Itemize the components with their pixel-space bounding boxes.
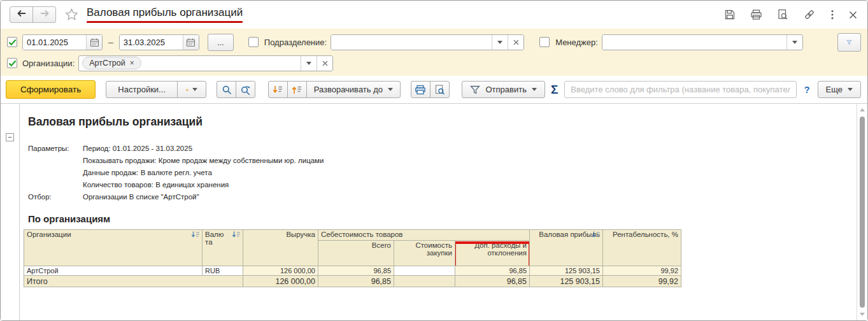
find-button[interactable]: [217, 81, 236, 98]
organizations-checkbox[interactable]: [7, 58, 17, 68]
preview-button[interactable]: [430, 81, 450, 98]
window-title: Валовая прибыль организаций: [87, 6, 243, 19]
col-header-revenue[interactable]: Выручка: [243, 230, 318, 266]
cell-total-extra-costs[interactable]: 96,85: [455, 276, 530, 287]
get-link-icon[interactable]: [803, 9, 816, 20]
division-dropdown-button[interactable]: [492, 35, 508, 50]
period-to-input[interactable]: [120, 35, 183, 50]
checkmark-icon: [8, 39, 17, 46]
nav-buttons: [10, 6, 56, 23]
filter-row-2: Организации: АртСтрой ×: [7, 55, 861, 71]
manager-label: Менеджер:: [555, 38, 598, 47]
cell-purchase-cost[interactable]: [394, 266, 455, 276]
forward-button[interactable]: [32, 6, 56, 23]
cell-total-revenue[interactable]: 126 000,00: [243, 276, 318, 287]
period-advanced-button[interactable]: ...: [208, 34, 234, 51]
manager-dropdown-button[interactable]: [786, 35, 802, 50]
cell-currency[interactable]: RUB: [203, 266, 243, 276]
cell-profitability[interactable]: 99,92: [603, 266, 681, 276]
toolbar-right: ? Еще: [797, 81, 861, 98]
division-input[interactable]: [331, 35, 492, 50]
report-variants-button[interactable]: [177, 81, 206, 98]
col-header-cost-group[interactable]: Себестоимость товаров: [318, 230, 530, 241]
word-filter-input[interactable]: [564, 81, 796, 98]
chevron-down-icon: [388, 88, 393, 91]
sort-icon[interactable]: [232, 231, 241, 239]
manager-input[interactable]: [602, 35, 786, 50]
collapse-group-button[interactable]: −: [6, 133, 14, 141]
filter-settings-button[interactable]: [837, 33, 861, 52]
organizations-clear-button[interactable]: [317, 56, 332, 71]
cell-total-purchase-cost[interactable]: [394, 276, 455, 287]
find-next-button[interactable]: [236, 81, 255, 98]
col-header-cost-total[interactable]: Всего: [318, 241, 394, 266]
division-clear-button[interactable]: [508, 35, 523, 50]
table-row[interactable]: АртСтрой RUB 126 000,00 96,85 96,85 125 …: [24, 266, 681, 276]
chevron-down-icon: [497, 41, 502, 44]
scroll-down-icon[interactable]: [860, 313, 865, 316]
report-parameters: Параметры:Период: 01.01.2025 - 31.03.202…: [28, 143, 867, 203]
calendar-icon[interactable]: [86, 35, 102, 50]
help-button[interactable]: ?: [804, 85, 810, 95]
col-header-currency[interactable]: Валюта: [203, 230, 243, 266]
organization-tag-label: АртСтрой: [89, 59, 125, 68]
col-header-profitability[interactable]: Рентабельность, %: [603, 230, 681, 266]
close-icon[interactable]: [849, 11, 857, 19]
cell-total-profitability[interactable]: 99,92: [603, 276, 681, 287]
period-checkbox[interactable]: [7, 37, 17, 47]
cell-organization[interactable]: АртСтрой: [24, 266, 203, 276]
favorite-star-icon[interactable]: [65, 8, 78, 21]
scroll-up-icon[interactable]: [860, 108, 865, 111]
save-icon[interactable]: [724, 9, 736, 20]
report-variant-icon: [186, 85, 189, 94]
send-button[interactable]: Отправить: [462, 81, 544, 98]
cell-gross-profit[interactable]: 125 903,15: [530, 266, 603, 276]
organizations-label: Организации:: [22, 59, 75, 68]
settings-button[interactable]: Настройки...: [106, 81, 178, 98]
cell-revenue[interactable]: 126 000,00: [243, 266, 318, 276]
cell-cost-total[interactable]: 96,85: [318, 266, 394, 276]
chevron-down-icon: [848, 88, 853, 91]
cell-total-gross-profit[interactable]: 125 903,15: [530, 276, 603, 287]
print-icon[interactable]: [750, 9, 762, 20]
expand-to-label: Разворачивать до: [314, 85, 383, 94]
col-header-gross-profit[interactable]: Валовая прибыль: [530, 230, 603, 266]
total-row[interactable]: Итого 126 000,00 96,85 96,85 125 903,15 …: [24, 276, 681, 287]
vertical-scrollbar[interactable]: [857, 104, 867, 320]
period-to-field: [119, 34, 199, 50]
params-label: Параметры:: [28, 143, 83, 155]
cell-total-label[interactable]: Итого: [24, 276, 243, 287]
organization-tag-remove[interactable]: ×: [130, 59, 134, 68]
cell-total-cost[interactable]: 96,85: [318, 276, 394, 287]
totals-sigma-button[interactable]: Σ: [551, 83, 558, 97]
calendar-icon[interactable]: [183, 35, 199, 50]
print-button[interactable]: [411, 81, 430, 98]
col-header-purchase-cost[interactable]: Стоимость закупки: [394, 241, 455, 266]
period-from-input[interactable]: [23, 35, 86, 50]
more-menu-icon[interactable]: [830, 10, 834, 20]
back-button[interactable]: [10, 6, 33, 23]
cell-extra-costs[interactable]: 96,85: [455, 266, 530, 276]
report-content: Валовая прибыль организаций Параметры:Пе…: [20, 104, 867, 320]
param-line: Данные продаж: В валюте регл. учета: [83, 167, 212, 179]
col-header-extra-costs[interactable]: Доп. расходы и отклонения: [455, 241, 530, 266]
organizations-dropdown-button[interactable]: [301, 56, 317, 71]
col-header-organizations[interactable]: Организации: [24, 230, 203, 266]
expand-groups-button[interactable]: [287, 81, 307, 98]
filter-panel: – ... Подразделение: Менеджер:: [1, 29, 867, 76]
division-checkbox[interactable]: [248, 37, 259, 47]
organization-tag[interactable]: АртСтрой ×: [82, 57, 141, 69]
more-button[interactable]: Еще: [818, 81, 861, 98]
section-title: По организациям: [28, 213, 867, 224]
scrollbar-thumb[interactable]: [860, 117, 865, 308]
collapse-groups-button[interactable]: [268, 81, 288, 98]
manager-checkbox[interactable]: [539, 37, 550, 47]
period-range-separator: –: [108, 37, 113, 47]
expand-to-button[interactable]: Разворачивать до: [306, 81, 401, 98]
generate-button[interactable]: Сформировать: [6, 80, 96, 99]
sort-icon[interactable]: [592, 231, 601, 239]
clear-x-icon: [322, 61, 328, 66]
report-table: Организации Валюта Выручка Себестоимость…: [24, 229, 681, 287]
sort-icon[interactable]: [191, 231, 200, 239]
print-preview-icon[interactable]: [777, 9, 788, 20]
